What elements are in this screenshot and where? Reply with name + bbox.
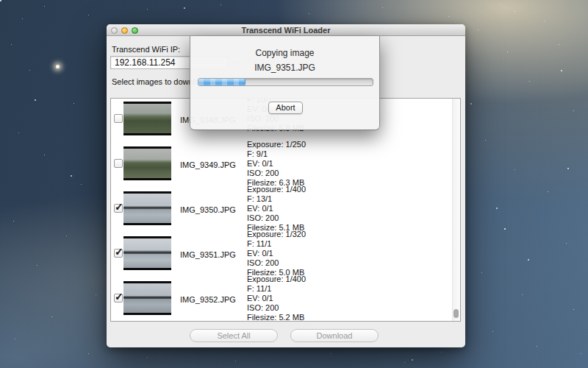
checkmark-icon: ✓	[115, 201, 123, 213]
item-filename: IMG_9352.JPG	[180, 295, 236, 304]
progress-bar	[198, 78, 373, 86]
item-exif: Exposure: 1/250F: 9/1 EV: 0/1ISO: 200 Fi…	[247, 140, 306, 188]
item-checkbox[interactable]: ✓	[114, 249, 123, 258]
item-filename: IMG_9351.JPG	[180, 250, 236, 259]
item-checkbox[interactable]	[114, 114, 123, 123]
list-item: ✓ IMG_9352.JPG Exposure: 1/400F: 11/1 EV…	[111, 280, 460, 322]
list-item: IMG_9349.JPG Exposure: 1/250F: 9/1 EV: 0…	[111, 146, 460, 188]
item-thumbnail	[123, 146, 171, 180]
checkmark-icon: ✓	[115, 291, 123, 302]
checkmark-icon: ✓	[115, 246, 123, 258]
window-title: Transcend WiFi Loader	[107, 26, 465, 35]
list-item: ✓ IMG_9351.JPG Exposure: 1/320F: 11/1 EV…	[111, 236, 460, 278]
item-checkbox[interactable]	[114, 159, 123, 168]
progress-fill	[198, 79, 245, 85]
copying-dialog: Copying image IMG_9351.JPG Abort	[190, 36, 380, 130]
item-filename: IMG_9350.JPG	[180, 205, 236, 214]
item-thumbnail	[123, 102, 171, 135]
scrollbar[interactable]	[452, 99, 460, 321]
dialog-title: Copying image	[190, 48, 379, 58]
image-list: IMG_9348.JPG F: 10/1EV: 0/1 ISO: 200File…	[110, 98, 461, 322]
scrollbar-thumb[interactable]	[453, 309, 459, 318]
item-exif: Exposure: 1/400F: 13/1 EV: 0/1ISO: 200 F…	[247, 185, 306, 233]
item-checkbox[interactable]: ✓	[114, 204, 123, 213]
item-thumbnail	[123, 281, 171, 315]
item-exif: Exposure: 1/320F: 11/1 EV: 0/1ISO: 200 F…	[247, 230, 306, 277]
item-thumbnail	[123, 236, 171, 270]
item-exif: Exposure: 1/400F: 11/1 EV: 0/1ISO: 200 F…	[247, 275, 306, 322]
ip-label: Transcend WiFi IP:	[112, 45, 180, 54]
stars-layer-big	[0, 0, 1, 1]
abort-button[interactable]: Abort	[268, 102, 303, 114]
list-item: ✓ IMG_9350.JPG Exposure: 1/400F: 13/1 EV…	[111, 191, 460, 233]
app-window: Transcend WiFi Loader Transcend WiFi IP:…	[107, 24, 465, 347]
item-thumbnail	[123, 191, 171, 225]
title-bar[interactable]: Transcend WiFi Loader	[107, 24, 465, 36]
select-all-button[interactable]: Select All	[190, 329, 278, 342]
item-checkbox[interactable]: ✓	[114, 294, 123, 302]
bright-star	[56, 65, 60, 68]
item-filename: IMG_9349.JPG	[180, 160, 236, 169]
download-button[interactable]: Download	[290, 329, 379, 342]
dialog-filename: IMG_9351.JPG	[190, 63, 379, 73]
